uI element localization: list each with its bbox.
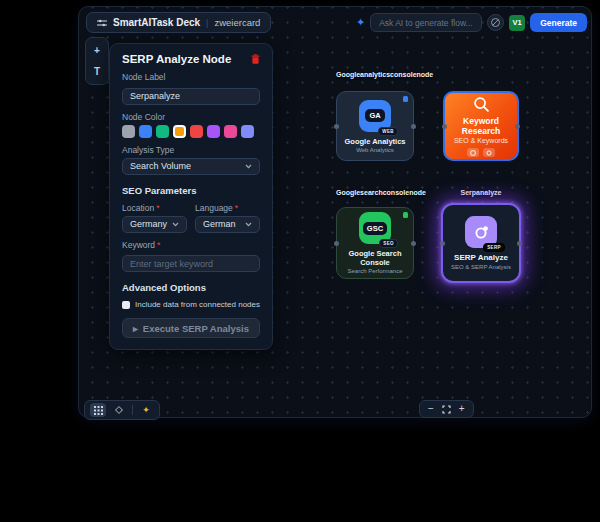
ai-sparkle-icon: ✦ — [356, 17, 365, 28]
grid-view-button[interactable] — [90, 403, 106, 417]
chevron-down-icon — [245, 222, 252, 227]
fit-view-button[interactable] — [442, 405, 451, 414]
node-subtitle: Search Performance — [347, 268, 402, 274]
color-swatch[interactable] — [224, 125, 237, 138]
node-info-icon — [403, 212, 408, 218]
ga-node-group-label: Googleanalyticsconsolenode — [336, 71, 433, 78]
google-search-console-node[interactable]: GSC SEO Google Search Console Search Per… — [336, 207, 414, 279]
serp-analyze-icon: SERP — [465, 216, 497, 248]
gsc-node-group-label: Googlesearchconsolenode — [336, 189, 426, 196]
fit-view-icon — [442, 405, 451, 414]
generate-button[interactable]: Generate — [530, 13, 587, 32]
google-analytics-node[interactable]: GA WEB Google Analytics Web Analytics — [336, 91, 414, 161]
app-header-pill: SmartAITask Deck | zweiercard — [86, 12, 271, 33]
color-swatch[interactable] — [122, 125, 135, 138]
required-asterisk: * — [235, 203, 238, 213]
analysis-type-select[interactable]: Search Volume — [122, 158, 260, 175]
analysis-type-label: Analysis Type — [122, 145, 260, 155]
sparkle-button[interactable]: ✦ — [138, 403, 154, 417]
add-node-button[interactable]: + — [88, 42, 106, 59]
panel-title: SERP Analyze Node — [122, 53, 231, 65]
seo-badge: SEO — [379, 239, 398, 248]
node-add-toolbar: + T — [85, 37, 109, 85]
node-subtitle: Web Analytics — [356, 147, 394, 153]
slash-circle-icon — [490, 17, 501, 28]
copy-button[interactable] — [467, 148, 479, 157]
diamond-icon — [114, 405, 124, 415]
web-badge: WEB — [378, 127, 398, 136]
node-title: Keyword Research — [453, 117, 509, 137]
chevron-down-icon — [245, 164, 252, 169]
node-subtitle: SEO & SERP Analysis — [451, 264, 511, 270]
flow-canvas[interactable]: SmartAITask Deck | zweiercard ✦ V1 Gener… — [78, 6, 592, 418]
ask-ai-input[interactable] — [370, 13, 482, 32]
input-handle[interactable] — [440, 241, 445, 246]
deck-name[interactable]: zweiercard — [214, 17, 260, 28]
seo-parameters-heading: SEO Parameters — [122, 185, 260, 196]
slash-circle-button[interactable] — [487, 14, 504, 31]
required-asterisk: * — [157, 240, 160, 250]
ga-icon-text: GA — [365, 109, 384, 122]
input-handle[interactable] — [442, 124, 447, 129]
search-icon — [472, 95, 491, 114]
include-data-label: Include data from connected nodes — [135, 300, 260, 309]
color-swatch[interactable] — [139, 125, 152, 138]
google-search-console-icon: GSC SEO — [359, 212, 391, 244]
menu-icon[interactable] — [97, 19, 107, 27]
color-swatch[interactable] — [156, 125, 169, 138]
node-info-icon — [403, 96, 408, 102]
node-title: SERP Analyze — [454, 253, 508, 263]
output-handle[interactable] — [411, 124, 416, 129]
pin-icon — [486, 150, 492, 156]
color-swatch[interactable] — [207, 125, 220, 138]
language-select[interactable]: German — [195, 216, 260, 233]
delete-node-button[interactable] — [251, 54, 260, 64]
title-divider: | — [206, 18, 208, 28]
version-badge[interactable]: V1 — [509, 15, 525, 31]
include-data-checkbox[interactable] — [122, 301, 130, 309]
node-color-label: Node Color — [122, 112, 260, 122]
keyword-label: Keyword* — [122, 240, 260, 250]
node-label-label: Node Label — [122, 72, 260, 82]
node-label-input[interactable] — [122, 88, 260, 105]
advanced-options-heading: Advanced Options — [122, 282, 260, 293]
topbar-actions: ✦ V1 Generate — [356, 12, 587, 33]
color-swatch[interactable] — [190, 125, 203, 138]
add-text-button[interactable]: T — [88, 63, 106, 80]
zoom-in-button[interactable]: + — [459, 404, 465, 414]
gsc-icon-text: GSC — [363, 222, 387, 235]
output-handle[interactable] — [515, 124, 520, 129]
language-value: German — [203, 219, 236, 229]
play-icon: ▸ — [133, 323, 138, 334]
node-title: Google Search Console — [339, 249, 411, 267]
node-color-swatches — [122, 125, 260, 138]
location-select[interactable]: Germany — [122, 216, 187, 233]
zoom-out-button[interactable]: − — [428, 404, 434, 414]
input-handle[interactable] — [334, 241, 339, 246]
canvas-view-toolbar: ✦ — [84, 400, 160, 420]
pin-button[interactable] — [483, 148, 495, 157]
output-handle[interactable] — [411, 241, 416, 246]
required-asterisk: * — [156, 203, 159, 213]
keyword-research-node[interactable]: Keyword Research SEO & Keywords — [443, 91, 519, 161]
serp-node-group-label: Serpanalyze — [441, 189, 521, 196]
chevron-down-icon — [172, 222, 179, 227]
layers-view-button[interactable] — [111, 403, 127, 417]
zoom-controls: − + — [419, 400, 474, 418]
serp-analyze-node[interactable]: SERP SERP Analyze SEO & SERP Analysis — [441, 203, 521, 283]
node-properties-panel: SERP Analyze Node Node Label Node Color … — [109, 43, 273, 350]
node-title: Google Analytics — [345, 137, 406, 146]
app-title: SmartAITask Deck — [113, 17, 200, 28]
color-swatch[interactable] — [241, 125, 254, 138]
toolbar-divider — [132, 405, 133, 415]
trash-icon — [251, 54, 260, 64]
color-swatch[interactable] — [173, 125, 186, 138]
execute-serp-label: Execute SERP Analysis — [143, 323, 249, 334]
output-handle[interactable] — [517, 241, 522, 246]
google-analytics-icon: GA WEB — [359, 100, 391, 132]
execute-serp-button[interactable]: ▸ Execute SERP Analysis — [122, 318, 260, 338]
input-handle[interactable] — [334, 124, 339, 129]
keyword-input[interactable] — [122, 255, 260, 272]
language-label: Language* — [195, 203, 260, 213]
analysis-type-value: Search Volume — [130, 161, 191, 171]
